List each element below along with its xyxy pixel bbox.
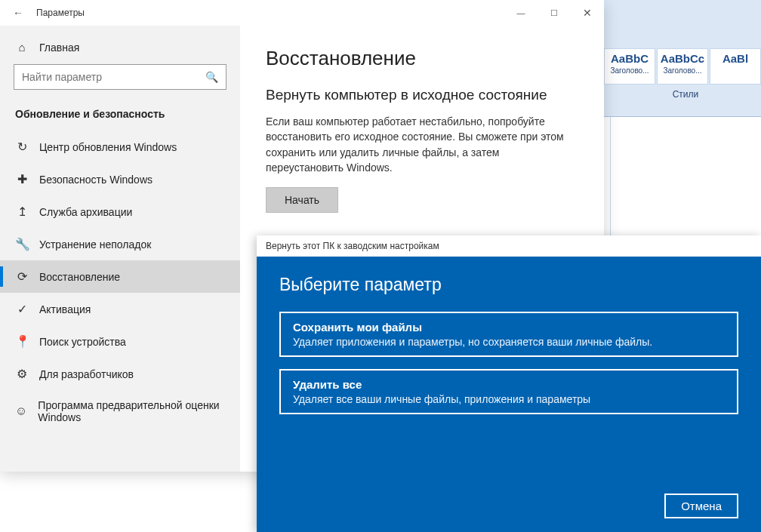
sidebar-item-label: Программа предварительной оценки Windows xyxy=(38,399,225,423)
settings-titlebar: ← Параметры — ☐ ✕ xyxy=(0,0,604,26)
option-description: Удаляет все ваши личные файлы, приложени… xyxy=(293,393,725,405)
sidebar-item-label: Безопасность Windows xyxy=(39,174,153,186)
sidebar-item-label: Восстановление xyxy=(39,271,120,283)
option-title: Сохранить мои файлы xyxy=(293,321,725,334)
sidebar-item-label: Для разработчиков xyxy=(39,368,134,380)
sidebar-item-backup[interactable]: ↥ Служба архивации xyxy=(0,195,240,228)
sidebar-item-activation[interactable]: ✓ Активация xyxy=(0,293,240,325)
dialog-body: Выберите параметр Сохранить мои файлы Уд… xyxy=(257,257,761,532)
option-description: Удаляет приложения и параметры, но сохра… xyxy=(293,336,725,348)
close-button[interactable]: ✕ xyxy=(571,0,604,26)
sidebar-home[interactable]: ⌂ Главная xyxy=(0,35,240,64)
styles-group-label: Стили xyxy=(610,89,761,100)
section-heading: Вернуть компьютер в исходное состояние xyxy=(266,87,578,103)
option-remove-everything[interactable]: Удалить все Удаляет все ваши личные файл… xyxy=(279,369,738,414)
sidebar-item-insider[interactable]: ☺ Программа предварительной оценки Windo… xyxy=(0,390,240,432)
search-box[interactable]: 🔍 xyxy=(14,64,226,90)
settings-sidebar: ⌂ Главная 🔍 Обновление и безопасность ↻ … xyxy=(0,26,240,472)
option-title: Удалить все xyxy=(293,378,725,391)
insider-icon: ☺ xyxy=(15,404,27,418)
style-box[interactable]: AaBbCЗаголово... xyxy=(604,48,655,85)
search-input[interactable] xyxy=(22,71,205,83)
recovery-icon: ⟳ xyxy=(15,269,29,284)
sidebar-item-find-device[interactable]: 📍 Поиск устройства xyxy=(0,325,240,358)
reset-dialog: Вернуть этот ПК к заводским настройкам В… xyxy=(257,235,761,532)
home-icon: ⌂ xyxy=(15,41,29,54)
sidebar-item-label: Центр обновления Windows xyxy=(39,141,177,153)
backup-icon: ↥ xyxy=(15,204,29,219)
sidebar-home-label: Главная xyxy=(39,42,79,54)
shield-icon: ✚ xyxy=(15,172,29,186)
section-description: Если ваш компьютер работает нестабильно,… xyxy=(266,114,578,175)
sidebar-item-label: Активация xyxy=(39,303,91,315)
style-box[interactable]: AaBl xyxy=(710,48,761,85)
wrench-icon: 🔧 xyxy=(15,237,29,251)
sidebar-category: Обновление и безопасность xyxy=(0,103,240,131)
window-controls: — ☐ ✕ xyxy=(504,0,604,26)
window-title: Параметры xyxy=(30,8,504,18)
minimize-button[interactable]: — xyxy=(504,0,538,26)
sidebar-item-developers[interactable]: ⚙ Для разработчиков xyxy=(0,358,240,390)
sidebar-item-label: Поиск устройства xyxy=(39,336,126,348)
page-title: Восстановление xyxy=(266,47,578,70)
refresh-icon: ↻ xyxy=(15,140,29,154)
style-box[interactable]: AaBbCcЗаголово... xyxy=(657,48,708,85)
sidebar-item-label: Служба архивации xyxy=(39,206,132,218)
sidebar-item-security[interactable]: ✚ Безопасность Windows xyxy=(0,163,240,195)
search-icon: 🔍 xyxy=(205,71,218,83)
option-keep-files[interactable]: Сохранить мои файлы Удаляет приложения и… xyxy=(279,312,738,357)
location-icon: 📍 xyxy=(15,334,29,349)
maximize-button[interactable]: ☐ xyxy=(538,0,571,26)
dialog-titlebar: Вернуть этот ПК к заводским настройкам xyxy=(257,235,761,257)
start-button[interactable]: Начать xyxy=(266,187,338,213)
sidebar-item-label: Устранение неполадок xyxy=(39,238,151,251)
code-icon: ⚙ xyxy=(15,367,29,381)
sidebar-item-troubleshoot[interactable]: 🔧 Устранение неполадок xyxy=(0,228,240,260)
sidebar-item-recovery[interactable]: ⟳ Восстановление xyxy=(0,260,240,293)
cancel-button[interactable]: Отмена xyxy=(664,494,738,518)
check-icon: ✓ xyxy=(15,302,29,316)
sidebar-item-windows-update[interactable]: ↻ Центр обновления Windows xyxy=(0,131,240,163)
back-button[interactable]: ← xyxy=(6,7,30,19)
dialog-heading: Выберите параметр xyxy=(279,275,738,295)
